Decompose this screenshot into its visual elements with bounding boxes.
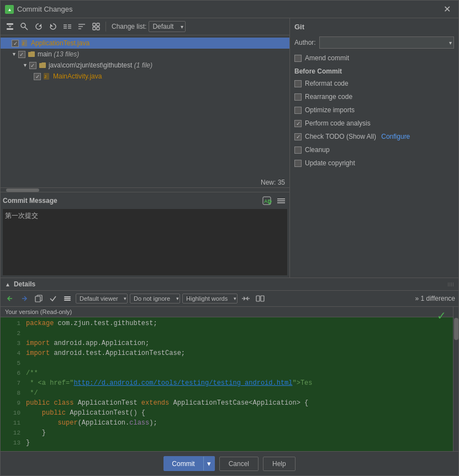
scrollbar-thumb[interactable] bbox=[454, 318, 458, 340]
tree-expand-arrow[interactable]: ▼ bbox=[23, 62, 28, 68]
author-input-wrap: ▾ bbox=[319, 36, 454, 49]
code-line: 4 import android.test.ApplicationTestCas… bbox=[1, 349, 453, 359]
cleanup-label: Cleanup bbox=[305, 146, 330, 154]
commit-message-header: Commit Message ABC bbox=[3, 195, 287, 207]
code-line: 2 bbox=[1, 329, 453, 339]
tree-expand-arrow[interactable]: ▼ bbox=[12, 51, 17, 57]
tree-item-label: main bbox=[38, 50, 52, 58]
option-row-optimize: Optimize imports bbox=[294, 105, 454, 115]
jump-source-button[interactable] bbox=[18, 20, 30, 33]
prev-diff-button[interactable] bbox=[4, 292, 16, 305]
tree-item[interactable]: ▼ java\com\zjun\test\githubtest (1 file) bbox=[1, 60, 289, 71]
option-row-rearrange: Rearrange code bbox=[294, 92, 454, 102]
scrollbar-thumb[interactable] bbox=[6, 189, 39, 192]
show-diff-button[interactable] bbox=[61, 20, 73, 33]
details-expand-arrow: ▲ bbox=[5, 281, 10, 287]
commit-dropdown-button[interactable]: ▾ bbox=[203, 456, 215, 471]
rearrange-checkbox[interactable] bbox=[294, 93, 302, 101]
copy-button[interactable] bbox=[33, 292, 45, 305]
changelist-label: Change list: bbox=[112, 23, 146, 30]
tree-item[interactable]: J ApplicationTest.java bbox=[1, 38, 289, 49]
cleanup-checkbox[interactable] bbox=[294, 147, 302, 154]
highlight-dropdown-wrap[interactable]: Highlight words ▾ bbox=[182, 294, 238, 304]
svg-rect-26 bbox=[277, 201, 285, 202]
tree-item[interactable]: ▼ main (13 files) bbox=[1, 49, 289, 60]
apply-button[interactable] bbox=[47, 292, 59, 305]
reformat-checkbox[interactable] bbox=[294, 80, 302, 87]
sort-button[interactable] bbox=[76, 20, 88, 33]
commit-message-menu-button[interactable] bbox=[275, 195, 287, 207]
svg-rect-34 bbox=[64, 300, 71, 301]
move-changelist-button[interactable] bbox=[4, 20, 16, 33]
group-button[interactable] bbox=[90, 20, 102, 33]
before-commit-label: Before Commit bbox=[294, 67, 454, 75]
next-diff-button[interactable] bbox=[18, 292, 30, 305]
layout-button[interactable] bbox=[254, 292, 266, 305]
git-label: Git bbox=[294, 23, 454, 31]
tree-checkbox[interactable] bbox=[34, 73, 41, 80]
viewer-dropdown-wrap[interactable]: Default viewer ▾ bbox=[76, 294, 128, 304]
author-input[interactable] bbox=[319, 36, 454, 49]
diff-header-bar: Your version (Read-only) bbox=[1, 307, 453, 317]
viewer-select[interactable]: Default viewer bbox=[76, 294, 128, 304]
copyright-checkbox[interactable] bbox=[294, 160, 302, 167]
svg-rect-33 bbox=[64, 298, 71, 299]
highlight-select[interactable]: Highlight words bbox=[182, 294, 238, 304]
svg-rect-31 bbox=[35, 296, 40, 302]
svg-rect-18 bbox=[97, 27, 99, 30]
main-content: Change list: Default ▾ J ApplicationTest… bbox=[1, 18, 458, 278]
commit-button[interactable]: Commit bbox=[163, 456, 203, 471]
svg-rect-37 bbox=[256, 296, 260, 301]
option-row-analysis: Perform code analysis bbox=[294, 118, 454, 128]
configure-link[interactable]: Configure bbox=[381, 133, 410, 140]
cancel-button[interactable]: Cancel bbox=[219, 457, 258, 471]
ignore-dropdown-wrap[interactable]: Do not ignore ▾ bbox=[130, 294, 180, 304]
details-resize-handle[interactable]: ⁞⁞⁞⁞ bbox=[447, 281, 454, 287]
horizontal-scrollbar[interactable] bbox=[1, 187, 289, 192]
revert-button[interactable] bbox=[47, 20, 59, 33]
svg-text:J: J bbox=[22, 41, 24, 45]
rearrange-label: Rearrange code bbox=[305, 93, 352, 101]
java-file-icon: J bbox=[20, 39, 29, 48]
svg-rect-15 bbox=[93, 23, 96, 26]
vertical-scrollbar[interactable] bbox=[453, 307, 458, 451]
details-header[interactable]: ▲ Details ⁞⁞⁞⁞ bbox=[1, 278, 458, 291]
changelist-dropdown-wrap[interactable]: Default ▾ bbox=[149, 21, 186, 32]
option-row-cleanup: Cleanup bbox=[294, 145, 454, 155]
tree-checkbox[interactable] bbox=[29, 62, 36, 69]
tree-item[interactable]: J MainActivity.java bbox=[1, 71, 289, 82]
analysis-checkbox[interactable] bbox=[294, 120, 302, 127]
close-button[interactable]: ✕ bbox=[440, 3, 454, 15]
code-line: 11 super(Application.class); bbox=[1, 419, 453, 429]
tree-checkbox[interactable] bbox=[12, 40, 19, 47]
optimize-checkbox[interactable] bbox=[294, 107, 302, 114]
code-line: 7 * <a href="http://d.android.com/tools/… bbox=[1, 379, 453, 389]
amend-checkbox[interactable] bbox=[294, 55, 302, 62]
bottom-bar: Commit ▾ Cancel Help bbox=[1, 451, 458, 475]
sync-button[interactable] bbox=[240, 292, 252, 305]
copyright-label: Update copyright bbox=[305, 159, 355, 167]
refresh-button[interactable] bbox=[33, 20, 45, 33]
tree-checkbox[interactable] bbox=[18, 51, 25, 58]
code-line: 5 bbox=[1, 359, 453, 369]
author-label: Author: bbox=[294, 39, 316, 46]
spell-check-button[interactable]: ABC bbox=[261, 195, 273, 207]
tree-item-label: MainActivity.java bbox=[53, 72, 102, 80]
settings-button[interactable] bbox=[61, 292, 73, 305]
author-row: Author: ▾ bbox=[294, 36, 454, 49]
details-toolbar: Default viewer ▾ Do not ignore ▾ Highlig… bbox=[1, 291, 458, 307]
tree-item-info: (13 files) bbox=[52, 50, 79, 58]
changelist-select[interactable]: Default bbox=[149, 21, 186, 32]
ignore-select[interactable]: Do not ignore bbox=[130, 294, 180, 304]
help-button[interactable]: Help bbox=[263, 457, 296, 471]
svg-rect-25 bbox=[277, 198, 285, 200]
reformat-label: Reformat code bbox=[305, 80, 349, 87]
commit-message-input[interactable]: 第一次提交 bbox=[3, 209, 287, 275]
svg-line-5 bbox=[25, 27, 28, 30]
title-bar: ▲ Commit Changes ✕ bbox=[1, 1, 458, 18]
todo-checkbox[interactable] bbox=[294, 133, 302, 140]
code-line: 12 } bbox=[1, 429, 453, 439]
left-panel: Change list: Default ▾ J ApplicationTest… bbox=[1, 18, 290, 278]
code-line: 3 import android.app.Application; bbox=[1, 339, 453, 349]
dialog-title: Commit Changes bbox=[17, 5, 440, 13]
